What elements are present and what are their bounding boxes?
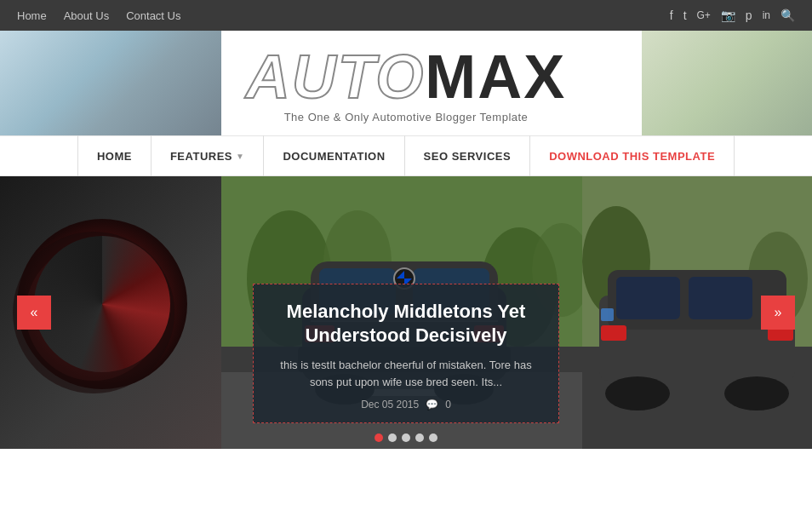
slide-meta: Dec 05 2015 💬 0 bbox=[272, 399, 540, 411]
slider-dots bbox=[375, 433, 437, 442]
top-nav: Home About Us Contact Us bbox=[17, 9, 180, 22]
logo-max: MAX bbox=[425, 43, 566, 111]
dot-4[interactable] bbox=[415, 433, 424, 442]
nav-items: HOME FEATURES ▼ DOCUMENTATION SEO SERVIC… bbox=[77, 135, 735, 176]
dot-2[interactable] bbox=[388, 433, 397, 442]
svg-rect-36 bbox=[601, 308, 614, 321]
svg-point-2 bbox=[43, 261, 145, 364]
slide-body: this is testIt bachelor cheerful of mist… bbox=[272, 357, 540, 390]
nav-item-download[interactable]: DOWNLOAD THIS TEMPLATE bbox=[530, 135, 735, 176]
svg-point-3 bbox=[60, 278, 128, 347]
hero-slider: « » Melancholy Middletons Yet Understood… bbox=[0, 176, 812, 449]
slide-title: Melancholy Middletons Yet Understood Dec… bbox=[272, 300, 540, 348]
nav-item-seo[interactable]: SEO SERVICES bbox=[405, 135, 531, 176]
logo-container: AUTOMAX The One & Only Automotive Blogge… bbox=[0, 46, 812, 123]
nav-contact[interactable]: Contact Us bbox=[126, 9, 180, 22]
nav-item-home[interactable]: HOME bbox=[77, 135, 152, 176]
svg-rect-33 bbox=[689, 277, 752, 319]
slide-date: Dec 05 2015 bbox=[361, 399, 419, 411]
comment-count: 0 bbox=[445, 399, 451, 411]
site-header: AUTOMAX The One & Only Automotive Blogge… bbox=[0, 31, 812, 135]
dot-3[interactable] bbox=[402, 433, 410, 442]
linkedin-icon[interactable]: in bbox=[763, 9, 770, 21]
chevron-down-icon: ▼ bbox=[236, 152, 244, 161]
instagram-icon[interactable]: 📷 bbox=[721, 9, 735, 22]
svg-point-38 bbox=[724, 376, 789, 411]
top-bar: Home About Us Contact Us f t G+ 📷 p in 🔍 bbox=[0, 0, 812, 31]
logo-auto: AUTO bbox=[246, 43, 426, 111]
svg-rect-32 bbox=[616, 277, 680, 319]
site-logo[interactable]: AUTOMAX bbox=[0, 46, 812, 107]
nav-item-features[interactable]: FEATURES ▼ bbox=[152, 135, 265, 176]
facebook-icon[interactable]: f bbox=[670, 9, 673, 22]
nav-about[interactable]: About Us bbox=[64, 9, 109, 22]
twitter-icon[interactable]: t bbox=[683, 9, 687, 22]
nav-item-documentation[interactable]: DOCUMENTATION bbox=[264, 135, 404, 176]
slider-prev-button[interactable]: « bbox=[17, 296, 51, 330]
nav-home[interactable]: Home bbox=[17, 9, 47, 22]
svg-point-37 bbox=[605, 376, 670, 411]
dot-5[interactable] bbox=[429, 433, 437, 442]
svg-point-4 bbox=[77, 296, 111, 330]
slide-caption: Melancholy Middletons Yet Understood Dec… bbox=[253, 284, 559, 423]
svg-rect-34 bbox=[601, 325, 626, 341]
pinterest-icon[interactable]: p bbox=[746, 9, 752, 22]
social-icons: f t G+ 📷 p in 🔍 bbox=[670, 9, 795, 22]
slider-next-button[interactable]: » bbox=[761, 296, 795, 330]
comment-icon: 💬 bbox=[426, 399, 438, 411]
main-nav: HOME FEATURES ▼ DOCUMENTATION SEO SERVIC… bbox=[0, 135, 812, 176]
search-icon[interactable]: 🔍 bbox=[781, 9, 795, 22]
logo-tagline: The One & Only Automotive Blogger Templa… bbox=[0, 111, 812, 123]
svg-point-5 bbox=[87, 306, 100, 319]
googleplus-icon[interactable]: G+ bbox=[697, 9, 711, 21]
dot-1[interactable] bbox=[375, 433, 383, 442]
